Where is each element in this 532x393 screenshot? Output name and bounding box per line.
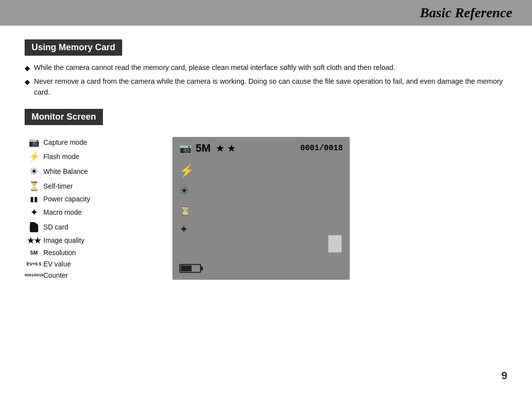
resolution-icon: 5M xyxy=(25,250,43,256)
cam-sd-card-indicator xyxy=(328,235,342,253)
cam-quality-stars: ★ ★ xyxy=(216,142,236,154)
section2-heading: Monitor Screen xyxy=(25,109,103,125)
cam-macro-icon: ✦ xyxy=(179,223,194,236)
list-item: ⚡ Flash mode xyxy=(25,151,153,162)
flash-icon: ⚡ xyxy=(25,151,43,162)
legend-label-capture: Capture mode xyxy=(43,138,87,146)
list-item: ▮▮ Power capacity xyxy=(25,195,153,203)
bullet-text-1: While the camera cannot read the memory … xyxy=(34,63,395,73)
list-item: ☀ White Balance xyxy=(25,165,153,177)
cam-flash-icon: ⚡ xyxy=(179,164,194,178)
cam-camera-icon: 📷 xyxy=(179,142,192,154)
legend-label-quality: Image quality xyxy=(43,236,84,244)
legend: 📷 Capture mode ⚡ Flash mode ☀ White Bala… xyxy=(25,137,153,283)
battery-fill xyxy=(181,265,192,271)
camera-screen-preview: 📷 5M ★ ★ 0001/0018 ⚡ ☀ ⏳ ✦ xyxy=(172,137,350,280)
legend-label-macro: Macro mode xyxy=(43,208,82,216)
legend-label-timer: Self-timer xyxy=(43,182,73,190)
monitor-section: 📷 Capture mode ⚡ Flash mode ☀ White Bala… xyxy=(25,137,507,283)
main-content: Using Memory Card ◆ While the camera can… xyxy=(0,26,532,293)
section1-heading: Using Memory Card xyxy=(25,39,122,56)
list-item: ★★ Image quality xyxy=(25,236,153,245)
macro-icon: ✦ xyxy=(25,206,43,218)
bullet-text-2: Never remove a card from the camera whil… xyxy=(34,76,507,98)
list-item: 0001/0018 Counter xyxy=(25,271,153,279)
camera-top-row: 📷 5M ★ ★ 0001/0018 xyxy=(172,137,350,159)
counter-icon: 0001/0018 xyxy=(25,273,43,277)
battery-body xyxy=(179,264,201,273)
sd-card-icon xyxy=(25,222,43,232)
list-item: 5M Resolution xyxy=(25,249,153,257)
cam-counter-label: 0001/0018 xyxy=(300,144,343,153)
legend-label-sd: SD card xyxy=(43,223,68,231)
self-timer-icon: ⏳ xyxy=(25,181,43,192)
cam-timer-icon: ⏳ xyxy=(179,204,194,216)
legend-label-wb: White Balance xyxy=(43,167,88,175)
battery-tip xyxy=(201,266,203,270)
list-item: ◆ While the camera cannot read the memor… xyxy=(25,63,507,73)
legend-label-ev: EV value xyxy=(43,260,71,268)
legend-label-flash: Flash mode xyxy=(43,153,79,161)
page-title: Basic Reference xyxy=(420,5,512,21)
bullet-diamond-icon: ◆ xyxy=(25,77,30,87)
image-quality-icon: ★★ xyxy=(25,236,43,245)
ev-icon: EV+0.5 xyxy=(25,262,43,266)
page-number: 9 xyxy=(501,369,507,382)
list-item: SD card xyxy=(25,222,153,232)
list-item: EV+0.5 EV value xyxy=(25,260,153,268)
cam-resolution-label: 5M xyxy=(196,142,211,155)
bullet-diamond-icon: ◆ xyxy=(25,63,30,73)
cam-battery-indicator xyxy=(179,264,203,273)
bullet-section: ◆ While the camera cannot read the memor… xyxy=(25,63,507,98)
svg-marker-1 xyxy=(30,222,38,225)
svg-rect-0 xyxy=(30,225,38,232)
list-item: ⏳ Self-timer xyxy=(25,181,153,192)
camera-icon: 📷 xyxy=(25,137,43,148)
list-item: ◆ Never remove a card from the camera wh… xyxy=(25,76,507,98)
power-capacity-icon: ▮▮ xyxy=(25,195,43,203)
header-bar: Basic Reference xyxy=(0,0,532,26)
list-item: ✦ Macro mode xyxy=(25,206,153,218)
cam-left-icons: ⚡ ☀ ⏳ ✦ xyxy=(179,164,194,236)
legend-label-resolution: Resolution xyxy=(43,249,76,257)
legend-label-counter: Counter xyxy=(43,271,68,279)
white-balance-icon: ☀ xyxy=(25,165,43,177)
list-item: 📷 Capture mode xyxy=(25,137,153,148)
legend-label-power: Power capacity xyxy=(43,195,90,203)
cam-wb-icon: ☀ xyxy=(179,185,194,197)
